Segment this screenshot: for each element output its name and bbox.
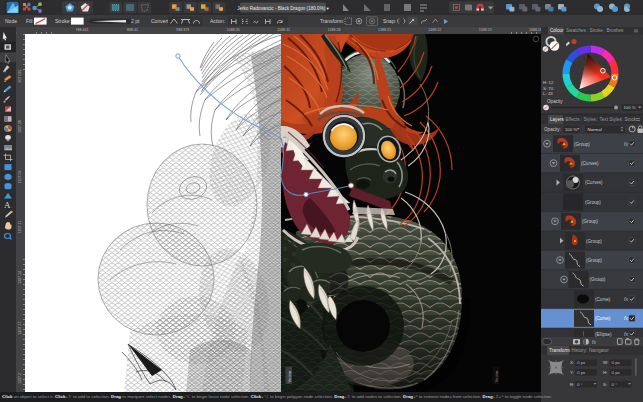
svg-text:1407.17: 1407.17 (18, 322, 22, 335)
svg-text:0 °: 0 ° (612, 382, 618, 387)
svg-text:Opacity:: Opacity: (544, 127, 561, 132)
svg-text:Navigator: Navigator (589, 348, 609, 353)
svg-text:|: | (622, 117, 623, 122)
svg-text:0 px: 0 px (577, 370, 586, 375)
svg-text:1107.09: 1107.09 (18, 170, 22, 183)
svg-text:Text Styles: Text Styles (600, 117, 623, 122)
svg-text:S:: S: (603, 382, 607, 387)
svg-text:Stroke:: Stroke: (55, 18, 71, 24)
svg-text:X:: X: (570, 360, 574, 365)
svg-text:fx: fx (624, 331, 628, 337)
svg-text:(Curves): (Curves) (585, 180, 603, 185)
svg-text:(Group): (Group) (590, 277, 606, 282)
svg-text:Normal: Normal (588, 127, 602, 132)
svg-text:Jerko Radovancic - Black Drago: Jerko Radovancic - Black Dragon (180.0%)… (237, 6, 329, 11)
svg-text:Node: Node (5, 18, 17, 24)
svg-text:fx: fx (624, 315, 628, 321)
svg-text:Transform:: Transform: (320, 18, 344, 24)
svg-text:H: 12: H: 12 (543, 80, 554, 85)
svg-text:100 %: 100 % (624, 105, 636, 110)
svg-text:0 px: 0 px (577, 360, 586, 365)
svg-text:Transform: Transform (549, 348, 570, 353)
svg-text:Opacity: Opacity (547, 99, 563, 104)
svg-text:Styles: Styles (584, 117, 597, 122)
svg-text:(Ellipse): (Ellipse) (595, 332, 612, 337)
svg-text:(Curve): (Curve) (595, 316, 611, 321)
svg-text:Brushes: Brushes (607, 28, 625, 33)
svg-text:2 pt: 2 pt (131, 18, 140, 24)
svg-text:1307.14: 1307.14 (18, 271, 22, 284)
svg-text:(Curve): (Curve) (595, 297, 611, 302)
svg-text:R:: R: (570, 382, 574, 387)
svg-text:Vector: Vector (494, 370, 499, 382)
svg-text:fx: fx (624, 296, 628, 302)
svg-text:(Group): (Group) (582, 219, 598, 224)
svg-text:Swatches: Swatches (566, 28, 587, 33)
svg-text:907.035: 907.035 (18, 70, 22, 83)
svg-text:0 px: 0 px (612, 370, 621, 375)
svg-text:100 %: 100 % (565, 127, 577, 132)
svg-text:Layers: Layers (550, 117, 564, 122)
svg-text:Fill:: Fill: (26, 18, 34, 24)
svg-text:(Group): (Group) (574, 142, 590, 147)
svg-text:A: A (4, 202, 10, 210)
svg-text:|: | (581, 117, 582, 122)
svg-text:fx: fx (624, 141, 628, 147)
svg-text:(Group): (Group) (585, 200, 601, 205)
svg-text:W:: W: (603, 360, 608, 365)
svg-text:|: | (597, 117, 598, 122)
svg-text:(Group): (Group) (586, 239, 602, 244)
svg-text:Effects: Effects (566, 117, 581, 122)
svg-text:(Group): (Group) (586, 258, 602, 263)
svg-text:fx: fx (592, 339, 596, 345)
svg-text:(Curves): (Curves) (581, 161, 599, 166)
svg-text:Colour: Colour (550, 28, 564, 33)
svg-text:1207.11: 1207.11 (18, 221, 22, 234)
svg-text:L: 43: L: 43 (543, 91, 553, 96)
svg-text:1007.06: 1007.06 (18, 120, 22, 133)
svg-text:|: | (587, 28, 588, 33)
svg-text:Vector: Vector (287, 370, 292, 382)
svg-text:0 px: 0 px (612, 360, 621, 365)
svg-text:0 °: 0 ° (577, 382, 583, 387)
svg-text:H:: H: (603, 370, 607, 375)
svg-text:Stock: Stock (625, 117, 637, 122)
svg-text:Snap:: Snap: (383, 18, 396, 24)
svg-text:Y:: Y: (570, 370, 574, 375)
svg-text:1507.2: 1507.2 (18, 373, 22, 384)
svg-text:S: 70: S: 70 (543, 86, 554, 91)
svg-text:Action:: Action: (210, 18, 225, 24)
svg-text:Convert:: Convert: (151, 18, 170, 24)
svg-text:|: | (604, 28, 605, 33)
svg-text:Stroke: Stroke (590, 28, 604, 33)
svg-text:History: History (572, 348, 587, 353)
svg-text:|: | (586, 348, 587, 353)
